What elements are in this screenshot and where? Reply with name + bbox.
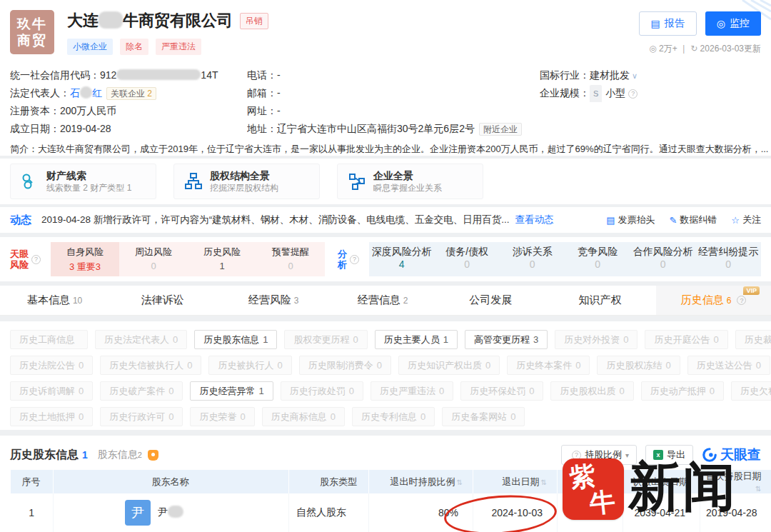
column-header[interactable]: 退出日期⇅ xyxy=(473,470,558,493)
tab-basic-info[interactable]: 基本信息10 xyxy=(0,286,109,315)
tab-operating-risk[interactable]: 经营风险3 xyxy=(218,286,328,315)
history-tag[interactable]: 股权变更历程0 xyxy=(284,330,367,349)
help-icon[interactable]: ? xyxy=(31,255,41,264)
status-badge-revoked: 吊销 xyxy=(240,13,268,29)
history-tag[interactable]: 历史被执行人0 xyxy=(208,356,291,375)
column-header[interactable]: 认缴出资日期 xyxy=(623,470,700,493)
history-tag[interactable]: 历史股权冻结0 xyxy=(597,356,680,375)
history-tag[interactable]: 历史工商信息 xyxy=(10,330,88,349)
history-tag[interactable]: 高管变更历程3 xyxy=(465,330,548,349)
history-tag[interactable]: 历史土地抵押0 xyxy=(10,407,93,426)
shareholder-name-link[interactable]: 尹 xyxy=(158,506,183,519)
analysis-item[interactable]: 涉诉关系 0 xyxy=(500,242,565,276)
column-header[interactable]: 股东名称 xyxy=(54,470,289,493)
history-tag[interactable]: 历史诉前调解0 xyxy=(10,381,93,401)
help-icon: ? xyxy=(572,451,581,460)
analysis-item[interactable]: 债务/债权 0 xyxy=(435,242,500,276)
history-tag[interactable]: 历史欠税公告0 xyxy=(731,381,771,401)
column-header[interactable]: 退出时持股比例⇅ xyxy=(369,470,473,493)
related-company-badge[interactable]: 关联企业 2 xyxy=(106,87,156,100)
analysis-item[interactable]: 竞争风险 0 xyxy=(565,242,631,276)
tianyan-risk-brand: 天眼风险 xyxy=(10,249,29,270)
history-tag[interactable]: 历史对外投资0 xyxy=(555,330,638,349)
redaction-blur xyxy=(80,86,92,99)
company-header-section: 玖牛 商贸 大连牛商贸有限公司 吊销 小微企业 除名 严重违法 ▤报告 ◎监控 … xyxy=(0,0,771,156)
phone-label: 电话： xyxy=(247,69,277,81)
reg-capital-value: 200万人民币 xyxy=(60,105,116,116)
history-tag[interactable]: 历史行政处罚0 xyxy=(281,381,363,401)
history-tag[interactable]: 历史荣誉0 xyxy=(190,407,254,426)
column-header[interactable]: 首次持股日期⇅ xyxy=(700,470,771,493)
star-icon: ☆ xyxy=(731,215,740,226)
analysis-item[interactable]: 深度风险分析 4 xyxy=(369,242,435,276)
shareholders-table: 序号股东名称股东类型退出时持股比例⇅退出日期⇅认缴出资认缴出资日期首次持股日期⇅… xyxy=(10,470,771,532)
risk-item[interactable]: 自身风险 3 重要3 xyxy=(51,242,119,276)
card-property-clues[interactable]: 财产线索线索数量 2 财产类型 1 xyxy=(10,164,156,199)
legal-rep-link[interactable]: 石红 xyxy=(70,87,102,99)
help-icon[interactable]: ? xyxy=(628,89,638,99)
nearby-companies-badge[interactable]: 附近企业 xyxy=(479,123,522,136)
history-tag[interactable]: 历史法院公告0 xyxy=(10,356,93,375)
history-tag[interactable]: 历史环保处罚0 xyxy=(460,381,543,401)
exit-ratio: 80% xyxy=(369,493,473,532)
view-dynamics-link[interactable]: 查看动态 xyxy=(515,214,554,226)
tab-intellectual-property[interactable]: 知识产权 xyxy=(547,286,656,315)
exit-date: 2024-10-03 xyxy=(473,493,558,532)
report-button[interactable]: ▤报告 xyxy=(639,11,697,36)
history-tag[interactable]: 历史失信被执行人0 xyxy=(100,356,201,375)
history-tag-row: 历史诉前调解0历史破产案件0历史经营异常1历史行政处罚0历史严重违法0历史环保处… xyxy=(10,381,761,401)
dynamics-bar: 动态 2019-04-28 新增行政许可，许可内容为“建筑材料、钢材、木材、消防… xyxy=(0,207,771,233)
export-button[interactable]: x导出 xyxy=(645,445,693,465)
analysis-item[interactable]: 经营纠纷提示 0 xyxy=(696,242,762,276)
history-tag[interactable]: 历史限制消费令0 xyxy=(299,356,391,375)
notification-icon[interactable] xyxy=(148,450,158,461)
history-tag[interactable]: 历史股权出质0 xyxy=(550,381,633,401)
column-header[interactable]: 认缴出资 xyxy=(558,470,623,493)
history-tag[interactable]: 历史经营异常1 xyxy=(190,381,273,401)
tab-operating-info[interactable]: 经营信息2 xyxy=(328,286,438,315)
avatar[interactable]: 尹 xyxy=(125,500,151,526)
card-enterprise-panorama[interactable]: 企业全景瞬息掌握企业关系 xyxy=(337,164,483,199)
history-tag[interactable]: 历史知识产权出质0 xyxy=(398,356,500,375)
chevron-down-icon[interactable]: ∨ xyxy=(632,71,638,80)
history-tag[interactable]: 历史股东信息1 xyxy=(194,330,277,349)
column-header[interactable]: 序号 xyxy=(11,470,54,493)
help-icon[interactable]: ? xyxy=(737,296,746,305)
subtab-shareholder-info[interactable]: 股东信息2 xyxy=(98,448,142,461)
analysis-item[interactable]: 合作风险分析 0 xyxy=(630,242,696,276)
tag-removed[interactable]: 除名 xyxy=(120,39,148,55)
risk-item[interactable]: 历史风险 1 xyxy=(188,242,256,276)
tianyancha-eye-icon xyxy=(702,447,717,463)
history-tag[interactable]: 历史裁判文书0 xyxy=(735,330,771,349)
company-info-grid: 统一社会信用代码：91214T 法定代表人：石红关联企业 2 注册资本：200万… xyxy=(10,66,761,138)
column-header[interactable]: 股东类型 xyxy=(289,470,369,493)
risk-item[interactable]: 预警提醒 0 xyxy=(256,242,325,276)
tab-legal-litigation[interactable]: 法律诉讼 xyxy=(109,286,218,315)
history-tag[interactable]: 历史开庭公告0 xyxy=(645,330,727,349)
history-tag[interactable]: 历史商标信息0 xyxy=(262,407,345,426)
history-tag[interactable]: 历史备案网站0 xyxy=(442,407,525,426)
table-row[interactable]: 1 尹 尹 自然人股东 80% 2024-10-03 160 2039-04-2… xyxy=(11,493,771,532)
follow-button[interactable]: ☆关注 xyxy=(731,214,761,226)
history-tag[interactable]: 历史法定代表人0 xyxy=(95,330,187,349)
history-tag[interactable]: 历史主要人员1 xyxy=(375,330,458,349)
tab-company-development[interactable]: 公司发展 xyxy=(438,286,547,315)
monitor-button[interactable]: ◎监控 xyxy=(705,11,761,36)
tag-serious-violation[interactable]: 严重违法 xyxy=(156,39,201,55)
tag-small-micro-enterprise[interactable]: 小微企业 xyxy=(67,39,113,55)
shareholding-ratio-button[interactable]: ?持股比例▾ xyxy=(561,445,637,465)
history-tag[interactable]: 历史终本案件0 xyxy=(507,356,590,375)
card-equity-structure[interactable]: 股权结构全景挖掘深层股权结构 xyxy=(173,164,320,199)
invoice-header-button[interactable]: ▤发票抬头 xyxy=(606,214,655,226)
risk-item[interactable]: 周边风险 0 xyxy=(119,242,188,276)
history-tag[interactable]: 历史行政许可0 xyxy=(100,407,183,426)
history-tag[interactable]: 历史专利信息0 xyxy=(352,407,435,426)
history-tag[interactable]: 历史严重违法0 xyxy=(371,381,453,401)
data-correction-button[interactable]: ✎数据纠错 xyxy=(669,214,717,226)
history-tag[interactable]: 历史动产抵押0 xyxy=(641,381,724,401)
history-tag[interactable]: 历史破产案件0 xyxy=(100,381,183,401)
tab-history-info-active[interactable]: VIP 历史信息6 ? xyxy=(656,286,771,315)
dynamics-text: 2019-04-28 新增行政许可，许可内容为“建筑材料、钢材、木材、消防设备、… xyxy=(41,214,510,226)
history-tag[interactable]: 历史送达公告0 xyxy=(687,356,770,375)
help-icon[interactable]: ? xyxy=(350,255,359,264)
